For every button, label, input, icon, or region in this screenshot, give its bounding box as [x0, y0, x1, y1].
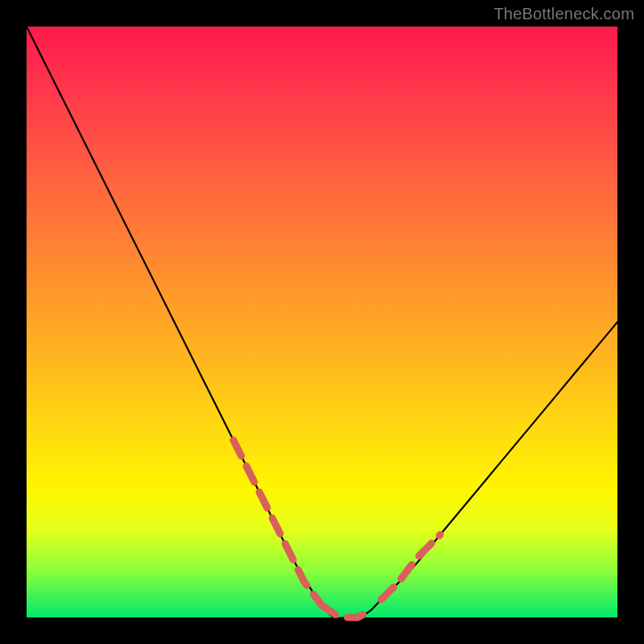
highlight-right — [381, 535, 440, 600]
highlight-bottom — [322, 605, 369, 617]
plot-area — [27, 27, 617, 617]
chart-frame: TheBottleneck.com — [0, 0, 644, 644]
bottleneck-curve — [27, 27, 617, 618]
chart-svg — [27, 27, 617, 617]
watermark-label: TheBottleneck.com — [493, 5, 634, 23]
highlight-left — [233, 440, 322, 606]
